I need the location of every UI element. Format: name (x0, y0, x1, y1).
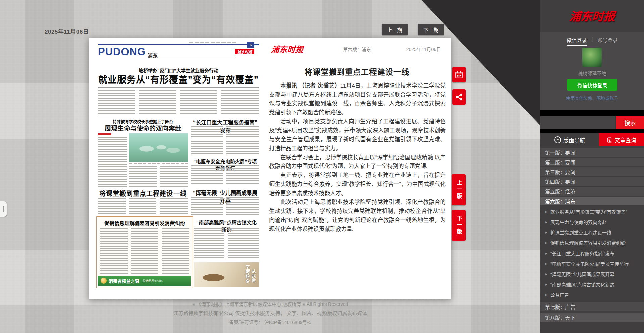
tab-article-query[interactable]: 文章查询 (599, 133, 644, 146)
article-paragraph: 此次活动是上海思博职业技术学院坚持党建引领、深化产教融合的生动实践。接下来，学校… (269, 198, 446, 233)
sidebar-item-edition-3[interactable]: 第三版：要闻 (540, 167, 644, 176)
body-text-column (226, 165, 259, 185)
article-paragraph: 本报讯 （记者 沈馨艺）11月4日，上海思博职业技术学院工学院党支部与中建八局东… (269, 81, 446, 117)
next-issue-button[interactable]: 下一期 (418, 24, 444, 35)
thumb-sec1-headline[interactable]: 展现生命与使命的双向奔赴 (98, 123, 188, 132)
tab-account-login[interactable]: 账号登录 (597, 36, 617, 46)
prev-page-button[interactable]: 上一版 (452, 174, 466, 205)
login-tabs: 微信登录 | 账号登录 (540, 36, 644, 46)
article-link: “电瓶车安全充电防火周”专项宣传举行 (550, 261, 629, 267)
body-text-column (228, 227, 259, 260)
stage-photo[interactable] (129, 133, 188, 162)
reporter-mark (98, 133, 111, 135)
next-page-button[interactable]: 下一版 (452, 210, 466, 241)
wechat-login-button[interactable]: 微信快捷登录 (567, 79, 617, 91)
tech-provider-line: 江苏路特数字科技有限公司 仅提供技术服务支持， 文字、图片、视频版权归属发布媒体 (0, 309, 540, 316)
sidebar-item-edition-5[interactable]: 第五版：经济 (540, 187, 644, 196)
body-text-column (226, 126, 259, 156)
article-link: 展现生命与使命的双向奔赴 (550, 220, 607, 225)
newspaper-sheet: PUDONG 浦东 6 浦东时报 塘桥举办“家门口”大学生就业服务行动 就业服务… (89, 38, 451, 299)
issue-date: 2025年11月06日 (45, 27, 89, 35)
separator (540, 129, 644, 133)
body-text-column (98, 90, 135, 115)
epaper-app: 2025年11月06日 上一期 下一期 PUDONG 浦东 6 浦东时报 塘桥举… (0, 0, 644, 333)
article-list-item[interactable]: ▸就业服务从“有形覆盖”变为“有效覆盖” (540, 209, 644, 216)
article-header: 浦东时报 第六版：浦东 2025年11月06日 (268, 43, 446, 55)
body-text-column (162, 228, 189, 274)
article-query-icon (607, 137, 612, 143)
drawer-handle-bar-icon (3, 206, 4, 212)
body-text-column (129, 198, 156, 215)
body-text-column (100, 228, 128, 274)
article-list-item[interactable]: ▸公益广告 (540, 292, 644, 299)
sidebar-item-edition-4[interactable]: 第四版：要闻 (540, 177, 644, 186)
photo-caption-line (129, 163, 188, 164)
copyright-text: 《浦东时报》上海市浦东新区融媒体中心 版权所有 (197, 301, 301, 307)
article-byline: 本报讯 （记者 沈馨艺） (280, 82, 340, 89)
share-icon (455, 93, 463, 101)
copyright-line: ◉ 《浦东时报》上海市浦东新区融媒体中心 版权所有 ◉ All Rights R… (0, 300, 540, 307)
prev-issue-button[interactable]: 上一期 (382, 24, 408, 35)
body-text-column (226, 197, 259, 215)
chevron-right-icon: ▸ (545, 229, 547, 235)
masthead-rule (159, 57, 235, 57)
tab-label: 版面导航 (563, 136, 585, 144)
body-text-column (180, 90, 217, 115)
article-list-item[interactable]: ▸“电瓶车安全充电防火周”专项宣传举行 (540, 261, 644, 268)
tab-page-navigation[interactable]: ≡ 版面导航 (540, 133, 599, 146)
login-panel: 微信登录 | 账号登录 槐树绵延不绝 微信快捷登录 使用其他头像、昵称或账号 (540, 32, 644, 110)
sidebar-item-edition-7[interactable]: 第七版：广告 (540, 302, 644, 311)
search-input[interactable] (540, 116, 615, 129)
article-date: 2025年11月06日 (406, 46, 441, 52)
article-list-item[interactable]: ▸促销信息理解偏差容易引发消费纠纷 (540, 240, 644, 247)
badge-icon: ◉ (302, 302, 305, 306)
other-account-link[interactable]: 使用其他头像、昵称或账号 (540, 95, 644, 101)
article-link: “挥毫无限”少儿国画成果展开幕 (550, 272, 614, 277)
icp-label: 备案/许可证号： (229, 320, 263, 325)
photo-slogan: 从我做起 (245, 269, 256, 287)
tab-wechat-login[interactable]: 微信登录 (567, 36, 587, 46)
sidebar-item-edition-8[interactable]: 第八版：天下 (540, 313, 644, 322)
calendar-button[interactable] (452, 67, 466, 82)
thumb-sec4-headline[interactable]: 将课堂搬到重点工程建设一线 (98, 188, 188, 198)
sidebar-tabs: ≡ 版面导航 文章查询 (540, 133, 644, 146)
article-list-item[interactable]: ▸“南部高雅风”点睛古镇文化新韵 (540, 281, 644, 288)
body-text-column (194, 227, 224, 260)
article-body: 本报讯 （记者 沈馨艺）11月4日，上海思博职业技术学院工学院党支部与中建八局东… (269, 81, 446, 233)
sidebar-item-edition-2[interactable]: 第二版：要闻 (540, 158, 644, 166)
masthead-en: PUDONG (98, 46, 146, 58)
icp-link[interactable]: 沪ICP备14016889号-5 (264, 320, 311, 325)
article-list-item[interactable]: ▸“挥毫无限”少儿国画成果展开幕 (540, 271, 644, 278)
sidebar-item-edition-6[interactable]: 第六版：浦东 (540, 197, 644, 205)
masthead-bar (98, 44, 259, 45)
rice-photo[interactable]: 节约粮食 从我做起 (194, 262, 259, 287)
chevron-right-icon: ▸ (545, 250, 547, 256)
masthead-infoline (189, 42, 236, 43)
date-underline (45, 36, 89, 36)
banner-title: 消费者权益之窗 (109, 278, 139, 284)
article-title: 将课堂搬到重点工程建设一线 (268, 66, 446, 77)
sidebar-item-edition-1[interactable]: 第一版：要闻 (540, 148, 644, 157)
article-list-item[interactable]: ▸将课堂搬到重点工程建设一线 (540, 229, 644, 236)
chevron-right-icon: ▸ (545, 281, 547, 287)
sidebar-brand-logo: 浦东时报 (540, 7, 644, 24)
consumer-rights-box[interactable]: 促销信息理解偏差容易引发消费纠纷 消费者权益之窗 投诉热线12315 (96, 216, 193, 288)
drawer-handle[interactable] (0, 201, 7, 217)
share-button[interactable] (452, 89, 466, 105)
rule (98, 87, 259, 88)
badge-icon: ◉ (192, 302, 195, 306)
article-paragraph: 活动中，项目党支部负责人向师生介绍了工程建设进展、党建特色及“党建+项目攻坚”实… (269, 117, 446, 153)
article-list-item[interactable]: ▸展现生命与使命的双向奔赴 (540, 219, 644, 226)
tab-separator: | (592, 36, 593, 46)
article-link: 将课堂搬到重点工程建设一线 (550, 230, 611, 235)
chevron-right-icon: ▸ (545, 240, 547, 246)
rule (98, 117, 259, 117)
thumb-main-headline[interactable]: 就业服务从“有形覆盖”变为“有效覆盖” (98, 72, 259, 86)
search-button[interactable]: 搜索 (616, 116, 644, 129)
user-avatar (582, 48, 602, 67)
thumb-boxed-headline[interactable]: 促销信息理解偏差容易引发消费纠纷 (97, 219, 193, 226)
article-link: 就业服务从“有形覆盖”变为“有效覆盖” (550, 209, 627, 215)
consumer-banner: 消费者权益之窗 投诉热线12315 (98, 276, 191, 286)
article-list-item[interactable]: ▸“长江口重大工程服务指南”发布 (540, 250, 644, 257)
search-bar: 搜索 (540, 116, 644, 129)
